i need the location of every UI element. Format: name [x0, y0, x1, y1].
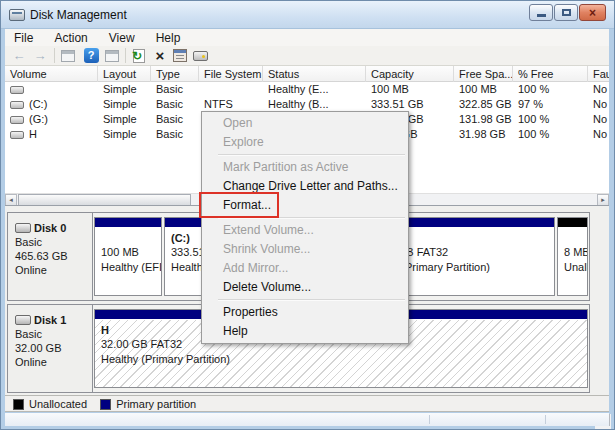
drive-icon [10, 86, 24, 94]
col-volume[interactable]: Volume [5, 66, 98, 82]
window-title: Disk Management [30, 8, 127, 22]
disk0-status: Online [15, 263, 92, 277]
col-pctfree[interactable]: % Free [513, 66, 588, 82]
disk1-name: Disk 1 [34, 314, 66, 326]
menu-action[interactable]: Action [45, 29, 96, 47]
menu-item-mark-partition-active: Mark Partition as Active [202, 158, 408, 177]
unallocated-bar [558, 218, 587, 227]
menu-item-extend-volume: Extend Volume... [202, 221, 408, 240]
disk1-type: Basic [15, 327, 92, 341]
context-menu: Open Explore Mark Partition as Active Ch… [201, 111, 409, 344]
col-capacity[interactable]: Capacity [366, 66, 454, 82]
console-window-icon [61, 50, 75, 62]
drive-icon [10, 101, 24, 109]
toolbar: ← → ? ↻ × [5, 46, 609, 66]
help-toolbar-icon[interactable]: ? [83, 48, 99, 64]
table-header: Volume Layout Type File System Status Ca… [5, 66, 609, 82]
menu-item-help[interactable]: Help [202, 322, 408, 341]
toolbar-separator [125, 48, 126, 63]
col-layout[interactable]: Layout [98, 66, 151, 82]
disk-icon [15, 223, 31, 233]
col-status[interactable]: Status [263, 66, 366, 82]
menu-item-shrink-volume: Shrink Volume... [202, 240, 408, 259]
legend-primary-partition: Primary partition [100, 398, 196, 410]
partition-efi[interactable]: 100 MB Healthy (EFI S [94, 217, 162, 296]
menu-separator [202, 297, 408, 303]
close-icon: × [580, 6, 605, 20]
console-tree-icon[interactable] [60, 48, 76, 64]
col-fault[interactable]: Fau [588, 66, 609, 82]
back-arrow-icon[interactable]: ← [11, 48, 27, 64]
statusbar-divider [545, 415, 546, 424]
status-bar [5, 413, 609, 426]
col-freespace[interactable]: Free Spa... [454, 66, 513, 82]
minimize-icon [537, 14, 546, 17]
disk-management-window: Disk Management × File Action View Help … [0, 0, 615, 430]
disk0-label[interactable]: Disk 0 Basic 465.63 GB Online [8, 213, 93, 300]
statusbar-divider [429, 415, 430, 424]
menu-item-explore: Explore [202, 133, 408, 152]
disk-icon [15, 315, 31, 325]
rescan-disks-icon [193, 51, 208, 61]
maximize-icon [562, 9, 571, 16]
menu-item-open: Open [202, 114, 408, 133]
col-filesystem[interactable]: File System [199, 66, 263, 82]
legend-bar: Unallocated Primary partition [5, 395, 609, 412]
properties-button[interactable] [172, 48, 188, 64]
disk1-label[interactable]: Disk 1 Basic 32.00 GB Online [8, 305, 93, 392]
refresh-button[interactable]: ↻ [131, 48, 147, 64]
minimize-button[interactable] [529, 4, 553, 21]
menu-view[interactable]: View [100, 29, 144, 47]
refresh-icon: ↻ [133, 49, 145, 63]
menu-separator [202, 152, 408, 158]
panes-window-icon [105, 50, 119, 62]
maximize-button[interactable] [554, 4, 578, 21]
primary-partition-bar [95, 218, 161, 227]
disk0-type: Basic [15, 235, 92, 249]
help-icon: ? [84, 48, 99, 63]
forward-arrow-icon[interactable]: → [32, 48, 48, 64]
menu-file[interactable]: File [5, 29, 42, 47]
menu-item-delete-volume[interactable]: Delete Volume... [202, 278, 408, 297]
partition-unallocated[interactable]: 8 MB Unallocated [557, 217, 588, 296]
menu-help[interactable]: Help [147, 29, 190, 47]
close-button[interactable]: × [579, 4, 606, 21]
show-hide-icon[interactable] [104, 48, 120, 64]
menu-item-add-mirror: Add Mirror... [202, 259, 408, 278]
delete-button[interactable]: × [152, 48, 168, 64]
disk1-status: Online [15, 355, 92, 369]
title-bar[interactable]: Disk Management × [1, 1, 615, 29]
unallocated-swatch [13, 399, 24, 410]
drive-icon [10, 131, 24, 139]
col-type[interactable]: Type [151, 66, 199, 82]
primary-partition-swatch [100, 399, 111, 410]
disk0-name: Disk 0 [34, 222, 66, 234]
disk0-size: 465.63 GB [15, 249, 92, 263]
properties-icon [173, 49, 187, 62]
drive-icon [10, 116, 24, 124]
format-highlight-box [199, 192, 279, 218]
menu-item-properties[interactable]: Properties [202, 303, 408, 322]
table-row[interactable]: Simple Basic Healthy (E... 100 MB 100 MB… [5, 82, 609, 97]
disk1-size: 32.00 GB [15, 341, 92, 355]
toolbar-separator [54, 48, 55, 63]
table-row[interactable]: (C:) Simple Basic NTFS Healthy (B... 333… [5, 97, 609, 112]
legend-unallocated: Unallocated [13, 398, 87, 410]
app-icon [9, 9, 25, 21]
rescan-disks-button[interactable] [192, 48, 208, 64]
menu-bar: File Action View Help [5, 29, 609, 46]
